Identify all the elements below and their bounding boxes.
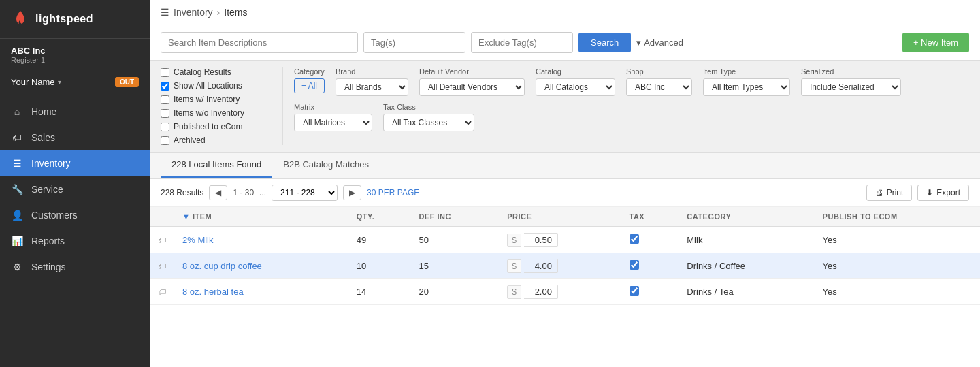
shop-select[interactable]: ABC Inc [626,78,692,96]
prev-page-button[interactable]: ◀ [209,185,227,200]
table-header-row: ▼ Item QTY. DEF INC PRICE TAX CATEGORY P… [150,207,980,227]
serialized-filter: Serialized Include Serialized [801,67,901,96]
local-items-tab[interactable]: 228 Local Items Found [161,153,272,178]
items-wo-inventory-checkbox[interactable]: Items w/o Inventory [161,108,272,118]
page-range-label: 1 - 30 [233,188,254,197]
tax-class-select[interactable]: All Tax Classes [383,114,474,131]
sidebar-item-home[interactable]: ⌂Home [0,99,150,125]
results-count: 228 Results [161,188,203,197]
category-filter: Category + All [294,67,325,93]
out-badge: OUT [115,77,139,87]
show-all-locations-check[interactable] [161,82,169,91]
breadcrumb-current: Items [224,7,247,18]
published-to-ecom-checkbox[interactable]: Published to eCom [161,122,272,131]
tax-class-label: Tax Class [383,103,474,111]
sidebar-item-label-customers: Customers [31,210,78,221]
sidebar-item-settings[interactable]: ⚙Settings [0,254,150,280]
qty-column-header: QTY. [348,207,411,227]
item-link[interactable]: 8 oz. cup drip coffee [182,261,262,271]
archived-checkbox[interactable]: Archived [161,135,272,145]
add-all-button[interactable]: + All [294,78,325,93]
item-link[interactable]: 8 oz. herbal tea [182,287,244,297]
sidebar-item-customers[interactable]: 👤Customers [0,202,150,228]
brand-select[interactable]: All Brands [336,78,408,96]
tags-input[interactable] [363,32,466,53]
catalog-filter-label: Catalog [536,67,615,76]
tax-checkbox[interactable] [630,286,639,296]
matrix-select[interactable]: All Matrices [294,114,372,131]
filter-row-2: Matrix All Matrices Tax Class All Tax Cl… [294,103,969,131]
service-nav-icon: 🔧 [11,184,23,195]
items-w-inventory-check[interactable] [161,95,169,104]
vendor-filter: Default Vendor All Default Vendors [419,67,525,96]
serialized-select[interactable]: Include Serialized [801,78,901,96]
sidebar-item-service[interactable]: 🔧Service [0,176,150,202]
search-input[interactable] [161,32,358,53]
filter-right-panel: Category + All Brand All Brands Default … [283,67,969,145]
item-type-select[interactable]: All Item Types [703,78,790,96]
items-wo-inventory-check[interactable] [161,109,169,118]
print-button[interactable]: 🖨 Print [866,185,913,201]
vendor-label: Default Vendor [419,67,525,76]
next-page-button[interactable]: ▶ [343,185,361,200]
published-to-ecom-check[interactable] [161,123,169,131]
item-link[interactable]: 2% Milk [182,235,214,245]
archived-check[interactable] [161,136,169,145]
per-page-link[interactable]: 30 PER PAGE [367,188,419,197]
export-label: Export [936,188,960,197]
settings-nav-icon: ⚙ [11,261,23,272]
item-type-filter: Item Type All Item Types [703,67,790,96]
price-cell: $ 2.00 [499,279,621,305]
table-body: 🏷 2% Milk 49 50 $ 0.50 Milk Yes 🏷 8 oz. … [150,227,980,305]
qty-cell: 14 [348,279,411,305]
table-row: 🏷 2% Milk 49 50 $ 0.50 Milk Yes [150,227,980,253]
page-range: 1 - 30 [233,188,254,197]
catalog-results-check[interactable] [161,68,169,77]
search-button[interactable]: Search [578,33,631,52]
serialized-label: Serialized [801,67,901,76]
item-type-label: Item Type [703,67,790,76]
sidebar-item-inventory[interactable]: ☰Inventory [0,150,150,176]
sort-down-icon: ▼ [182,212,190,221]
sidebar-item-sales[interactable]: 🏷Sales [0,125,150,150]
show-all-locations-checkbox[interactable]: Show All Locations [161,81,272,91]
item-column-header[interactable]: ▼ Item [174,207,348,227]
vendor-select[interactable]: All Default Vendors [419,78,525,96]
register-name: Register 1 [11,56,46,64]
advanced-button[interactable]: ▾ Advanced [636,37,683,48]
catalog-filter: Catalog All Catalogs [536,67,615,96]
filter-left-panel: Catalog Results Show All Locations Items… [161,67,283,145]
pagination-actions: 🖨 Print ⬇ Export [866,185,969,201]
items-w-inventory-checkbox[interactable]: Items w/ Inventory [161,95,272,104]
def-inc-cell: 20 [410,279,499,305]
sidebar-item-reports[interactable]: 📊Reports [0,228,150,254]
page-ellipsis: ... [259,188,266,197]
sidebar-item-label-sales: Sales [31,132,55,143]
logo-text: lightspeed [35,13,93,25]
archived-label: Archived [174,135,206,145]
new-item-button[interactable]: + New Item [902,33,969,52]
sidebar-item-label-reports: Reports [31,236,65,246]
catalog-matches-tab[interactable]: B2B Catalog Matches [272,153,380,178]
price-value: 0.50 [524,233,558,247]
user-name-display[interactable]: Your Name ▾ [11,77,61,87]
breadcrumb-parent[interactable]: Inventory [174,7,213,18]
exclude-tags-input[interactable] [471,32,573,53]
catalog-select[interactable]: All Catalogs [536,78,615,96]
export-button[interactable]: ⬇ Export [917,185,969,201]
brand-filter: Brand All Brands [336,67,408,96]
shop-label: Shop [626,67,692,76]
sidebar: lightspeed ABC Inc Register 1 Your Name … [0,0,150,367]
category-label: Category [294,67,325,76]
price-value: 4.00 [524,259,558,273]
page-select[interactable]: 211 - 228 [272,185,338,201]
published-to-ecom-label: Published to eCom [174,122,242,131]
reports-nav-icon: 📊 [11,236,23,246]
print-label: Print [887,188,904,197]
tax-checkbox[interactable] [630,234,639,244]
tax-checkbox[interactable] [630,260,639,270]
user-name-label: Your Name [11,77,55,87]
publish-cell: Yes [815,227,980,253]
sidebar-store: ABC Inc Register 1 [0,39,150,71]
catalog-results-checkbox[interactable]: Catalog Results [161,67,272,77]
